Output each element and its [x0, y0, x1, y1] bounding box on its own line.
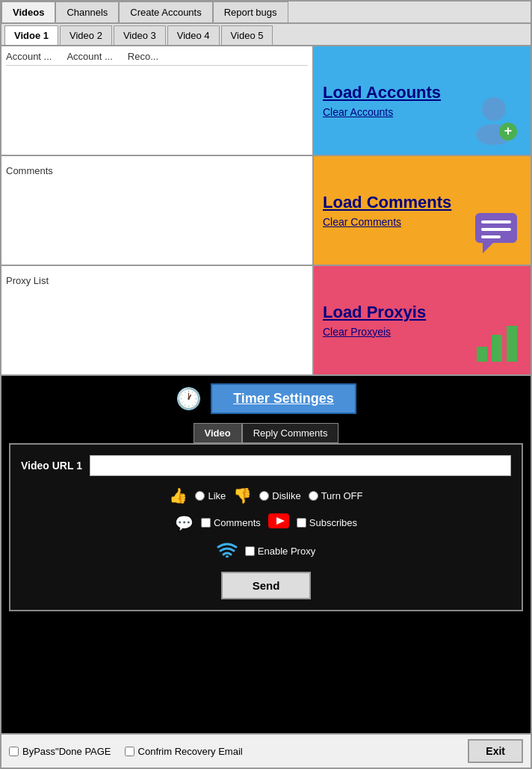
chart-icon [472, 320, 520, 367]
clock-icon: 🕐 [176, 386, 202, 411]
bottom-bar: ByPass"Done PAGE Confrim Recovery Email … [1, 733, 531, 768]
accounts-action-panel: Load Accounts Clear Accounts + [314, 46, 531, 155]
comments-checkbox-label[interactable]: Comments [201, 517, 261, 528]
comments-label: Comments [6, 161, 308, 181]
turnoff-radio[interactable] [309, 491, 318, 501]
video-settings-box: Video URL 1 👍 Like 👎 Dislike [9, 443, 523, 611]
chat-bubble-icon: 💬 [175, 514, 194, 532]
turnoff-radio-label[interactable]: Turn OFF [309, 490, 363, 501]
send-button[interactable]: Send [221, 572, 312, 599]
thumbup-icon: 👍 [169, 487, 188, 504]
thumbdown-icon: 👎 [233, 487, 252, 504]
bypass-label[interactable]: ByPass"Done PAGE [9, 746, 111, 757]
svg-point-0 [482, 97, 506, 121]
subscribes-checkbox[interactable] [297, 518, 306, 528]
comment-bubble-icon [472, 210, 520, 257]
video-url-input[interactable] [90, 455, 511, 476]
confirm-recovery-label[interactable]: Confrim Recovery Email [125, 746, 243, 757]
tab-report-bugs[interactable]: Report bugs [213, 1, 288, 22]
comments-list-area[interactable] [6, 181, 308, 248]
dislike-radio-label[interactable]: Dislike [259, 490, 300, 501]
col-account1: Account ... [6, 51, 52, 62]
tab-video-inner[interactable]: Video [194, 423, 242, 443]
comments-panel-row: Comments Load Comments Clear Comments [1, 156, 531, 266]
enable-proxy-row: Enable Proxy [21, 541, 511, 561]
exit-button[interactable]: Exit [468, 739, 523, 763]
proxy-action-panel: Load Proxyis Clear Proxyeis [314, 266, 531, 374]
proxy-list-area[interactable] [6, 291, 308, 358]
tab-video2[interactable]: Video 2 [60, 25, 112, 45]
enable-proxy-checkbox[interactable] [245, 546, 255, 556]
bottom-section: 🕐 Timer Settinges Video Reply Comments V… [1, 376, 531, 733]
svg-text:+: + [504, 123, 513, 138]
accounts-list-area[interactable] [6, 69, 308, 136]
accounts-list-header: Account ... Account ... Reco... [6, 51, 308, 66]
bypass-checkbox[interactable] [9, 747, 19, 756]
svg-rect-11 [507, 326, 517, 362]
tab-video4[interactable]: Video 4 [167, 25, 220, 45]
proxy-label: Proxy List [6, 271, 308, 291]
enable-proxy-checkbox-label[interactable]: Enable Proxy [245, 546, 315, 557]
tab-video1[interactable]: Vidoe 1 [4, 25, 58, 45]
accounts-panel-row: Account ... Account ... Reco... Load Acc… [1, 46, 531, 156]
proxy-panel-row: Proxy List Load Proxyis Clear Proxyeis [1, 266, 531, 376]
comments-subscribes-row: 💬 Comments Subscribes [21, 513, 511, 532]
timer-row: 🕐 Timer Settinges [176, 383, 356, 414]
proxy-list-panel: Proxy List [1, 266, 314, 374]
youtube-icon [268, 513, 289, 532]
dislike-radio[interactable] [259, 491, 269, 501]
col-reco: Reco... [128, 51, 158, 62]
wifi-icon [217, 541, 238, 561]
comments-list-panel: Comments [1, 156, 314, 265]
confirm-recovery-checkbox[interactable] [125, 747, 134, 756]
like-dislike-row: 👍 Like 👎 Dislike Turn OFF [21, 487, 511, 504]
svg-rect-10 [492, 335, 502, 362]
col-account2: Account ... [66, 51, 112, 62]
like-radio-label[interactable]: Like [195, 490, 226, 501]
svg-marker-8 [483, 243, 493, 253]
tab-video3[interactable]: Video 3 [114, 25, 166, 45]
main-window: Videos Channels Create Accounts Report b… [0, 0, 532, 769]
second-tab-bar: Vidoe 1 Video 2 Video 3 Video 4 Video 5 [1, 24, 531, 46]
add-account-icon: + [468, 93, 520, 147]
svg-rect-9 [477, 347, 487, 362]
like-radio[interactable] [195, 491, 205, 501]
inner-tab-bar: Video Reply Comments [194, 423, 339, 443]
accounts-list-panel: Account ... Account ... Reco... [1, 46, 314, 155]
tab-channels[interactable]: Channels [55, 1, 119, 22]
top-tab-bar: Videos Channels Create Accounts Report b… [1, 1, 531, 24]
subscribes-checkbox-label[interactable]: Subscribes [297, 517, 357, 528]
comments-checkbox[interactable] [201, 518, 211, 528]
tab-videos[interactable]: Videos [1, 1, 55, 22]
tab-video5[interactable]: Video 5 [221, 25, 273, 45]
main-content: Account ... Account ... Reco... Load Acc… [1, 46, 531, 733]
timer-settings-button[interactable]: Timer Settinges [211, 383, 356, 414]
comments-action-panel: Load Comments Clear Comments [314, 156, 531, 265]
svg-point-14 [226, 555, 229, 558]
tab-create-accounts[interactable]: Create Accounts [119, 1, 212, 22]
video-url-row: Video URL 1 [21, 455, 511, 476]
video-url-label: Video URL 1 [21, 460, 82, 472]
tab-reply-comments[interactable]: Reply Comments [242, 423, 339, 443]
